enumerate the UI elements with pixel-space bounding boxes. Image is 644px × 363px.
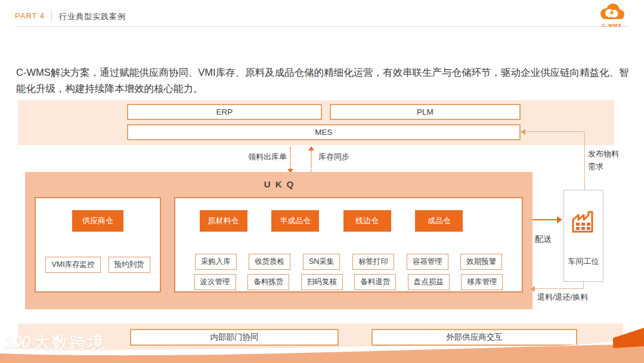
outbound-label: 领料出库单 (240, 152, 287, 162)
header-rule (15, 26, 629, 27)
return-arrowhead-icon (530, 286, 535, 292)
function-box: 扫码复核 (301, 274, 343, 290)
supplier-warehouse-panel: 供应商仓 VMI库存监控 预约到货 (35, 197, 161, 293)
brand-logo: C-WMS (593, 2, 631, 28)
workstation-label: 车间工位 (564, 256, 603, 267)
function-box: SN采集 (303, 254, 340, 270)
internal-collaboration-box: 内部部门协同 (130, 329, 339, 346)
return-line-horizontal (535, 288, 584, 289)
section-title: 行业典型实践案例 (59, 11, 126, 22)
appointment-arrival-box: 预约到货 (109, 257, 150, 273)
header-divider (51, 11, 52, 21)
publish-line-vertical (584, 131, 585, 190)
delivery-label: 配送 (535, 234, 552, 245)
delivery-arrowhead-icon (557, 216, 562, 223)
intro-paragraph: C-WMS解决方案，通过赋能供应商协同、VMI库存、原料及成品仓储的精细化运营，… (16, 64, 631, 96)
erp-box: ERP (127, 104, 322, 120)
finished-goods-warehouse-button: 成品仓 (415, 210, 463, 232)
function-box: 标签打印 (352, 254, 394, 270)
publish-label: 发布物料需求 (588, 148, 624, 173)
line-side-warehouse-button: 线边仓 (343, 210, 391, 232)
plm-box: PLM (330, 104, 521, 120)
return-label: 退料/退还/换料 (537, 292, 588, 303)
function-box: 移库管理 (461, 274, 503, 290)
sync-arrowhead-icon (308, 146, 314, 150)
publish-line-horizontal (525, 131, 584, 132)
factory-icon (564, 206, 603, 233)
function-box: 备料退货 (354, 274, 396, 290)
function-box: 备料拣货 (247, 274, 289, 290)
function-box: 采购入库 (195, 254, 237, 270)
raw-material-warehouse-button: 原材料仓 (200, 210, 247, 232)
function-box: 盘点损益 (408, 274, 450, 290)
function-box: 波次管理 (194, 274, 236, 290)
cloud-icon (596, 13, 627, 23)
factory-warehouses-panel: 原材料仓 半成品仓 线边仓 成品仓 采购入库 收货质检 SN采集 标签打印 容器… (174, 197, 523, 293)
sync-arrow-line (311, 150, 312, 173)
publish-arrowhead-icon (521, 129, 525, 135)
outbound-arrow-line (290, 147, 291, 169)
part-label: PART 4 (15, 11, 45, 20)
workstation-box: 车间工位 (564, 190, 603, 282)
function-box: 容器管理 (407, 254, 448, 270)
function-box: 效期预警 (460, 254, 502, 270)
ukq-container: UKQ 供应商仓 VMI库存监控 预约到货 原材料仓 半成品仓 线边仓 成品仓 … (25, 172, 532, 309)
external-supplier-box: 外部供应商交互 (371, 329, 577, 346)
collaboration-band: 内部部门协同 外部供应商交互 (18, 324, 623, 363)
watermark: 100 大数跨境 (4, 332, 106, 353)
function-box: 收货质检 (249, 254, 290, 270)
sync-label: 库存同步 (318, 152, 349, 162)
watermark-text: 大数跨境 (34, 332, 106, 353)
vmi-stock-monitor-box: VMI库存监控 (45, 257, 100, 273)
semi-finished-warehouse-button: 半成品仓 (271, 210, 319, 232)
brand-logo-text: C-WMS (593, 23, 631, 28)
supplier-warehouse-button: 供应商仓 (72, 210, 123, 232)
watermark-logo: 100 (4, 332, 30, 352)
delivery-arrow-line (532, 219, 558, 220)
mes-box: MES (127, 124, 521, 140)
systems-band: ERP PLM MES (18, 100, 614, 145)
ukq-title: UKQ (25, 179, 532, 189)
